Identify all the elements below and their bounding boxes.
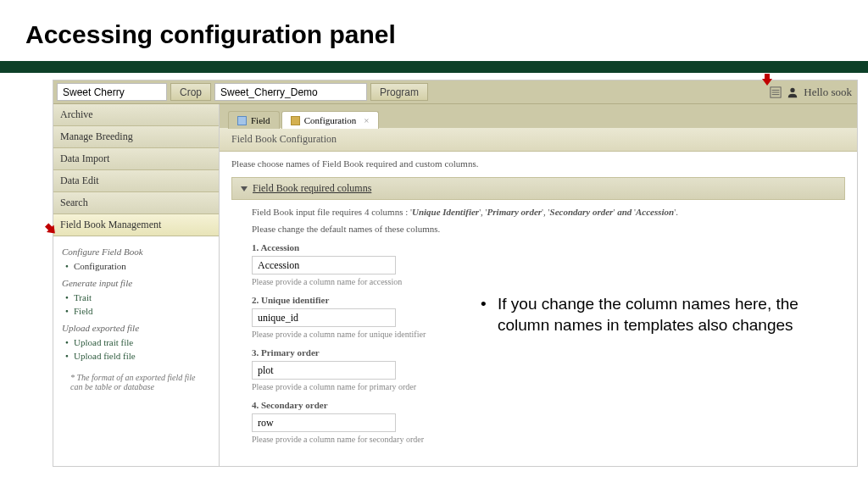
subgroup-upload: Upload exported file — [62, 323, 210, 333]
accordion-title: Field Book required columns — [253, 182, 371, 195]
required-note: Field Book input file requires 4 columns… — [252, 207, 837, 217]
sublink-upload-field[interactable]: Upload field file — [64, 349, 210, 363]
sidebar: Archive Manage Breeding Data Import Data… — [53, 104, 220, 466]
sublink-field[interactable]: Field — [64, 304, 210, 318]
change-note: Please change the default names of these… — [252, 224, 837, 234]
content-area: Field Configuration × Field Book Configu… — [220, 104, 857, 466]
label-accession: 1. Accession — [252, 242, 837, 252]
input-secondary[interactable] — [252, 413, 396, 432]
slide-title: Accessing configuration panel — [0, 0, 868, 61]
tab-configuration[interactable]: Configuration × — [281, 111, 379, 129]
header-bar — [0, 61, 868, 73]
label-secondary: 4. Secondary order — [252, 400, 837, 410]
tab-bar: Field Configuration × — [220, 104, 857, 128]
input-accession[interactable] — [252, 256, 396, 274]
tab-field[interactable]: Field — [228, 111, 280, 129]
sidebar-item-edit[interactable]: Data Edit — [53, 170, 219, 192]
chevron-down-icon — [241, 186, 248, 191]
sublink-upload-trait[interactable]: Upload trait file — [64, 336, 210, 349]
field-primary-order: 3. Primary order Please provide a column… — [252, 347, 837, 391]
field-accession: 1. Accession Please provide a column nam… — [252, 242, 837, 286]
input-primary[interactable] — [252, 361, 396, 380]
sidebar-item-fieldbook[interactable]: Field Book Management — [53, 214, 219, 236]
help-accession: Please provide a column name for accessi… — [252, 277, 837, 286]
close-icon[interactable]: × — [364, 115, 369, 125]
program-button[interactable]: Program — [370, 83, 428, 101]
config-tab-icon — [291, 116, 300, 125]
sidebar-submenu: Configure Field Book Configuration Gener… — [53, 236, 219, 400]
svg-point-6 — [791, 87, 795, 92]
annotation-callout: If you change the column names here, the… — [498, 294, 837, 336]
sidebar-note: * The format of an exported field file c… — [62, 373, 210, 391]
panel-intro: Please choose names of Field Book requir… — [231, 158, 845, 169]
arrow-indicator-top — [762, 74, 772, 88]
greeting-text: Hello sook — [804, 86, 852, 99]
svg-marker-0 — [762, 74, 772, 86]
subgroup-configure: Configure Field Book — [62, 247, 210, 257]
field-tab-icon — [237, 116, 247, 125]
tab-config-label: Configuration — [304, 115, 357, 125]
sidebar-item-archive[interactable]: Archive — [53, 104, 219, 126]
accordion-required-cols[interactable]: Field Book required columns — [231, 177, 845, 200]
crop-button[interactable]: Crop — [170, 83, 211, 101]
help-primary: Please provide a column name for primary… — [252, 382, 837, 391]
sidebar-item-search[interactable]: Search — [53, 192, 219, 214]
subgroup-generate: Generate input file — [62, 278, 210, 288]
field-secondary-order: 4. Secondary order Please provide a colu… — [252, 400, 837, 444]
top-toolbar: Crop Program Hello sook — [53, 80, 857, 104]
app-window: Crop Program Hello sook Archive Manage B… — [53, 80, 858, 467]
sublink-configuration[interactable]: Configuration — [64, 259, 210, 273]
person-icon[interactable] — [787, 86, 798, 98]
help-secondary: Please provide a column name for seconda… — [252, 435, 837, 444]
tab-field-label: Field — [251, 115, 270, 125]
label-primary: 3. Primary order — [252, 347, 837, 358]
sidebar-item-import[interactable]: Data Import — [53, 148, 219, 170]
sublink-trait[interactable]: Trait — [64, 291, 210, 304]
panel-header: Field Book Configuration — [220, 128, 857, 152]
input-unique-id[interactable] — [252, 308, 396, 327]
sidebar-item-breeding[interactable]: Manage Breeding — [53, 126, 219, 148]
program-input[interactable] — [214, 83, 367, 101]
crop-input[interactable] — [57, 83, 167, 101]
